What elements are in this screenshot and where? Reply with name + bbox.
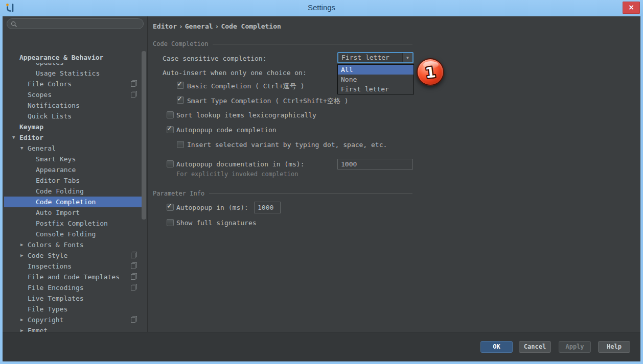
sidebar-item-label: Code Completion bbox=[36, 197, 96, 207]
sidebar-item-usage-statistics[interactable]: Usage Statistics bbox=[3, 68, 147, 79]
auto-insert-label: Auto-insert when only one choice on: bbox=[163, 69, 307, 77]
section-title: Parameter Info bbox=[153, 190, 204, 197]
sidebar-item-editor-tabs[interactable]: Editor Tabs bbox=[3, 175, 147, 186]
breadcrumb-item-code-completion[interactable]: Code Completion bbox=[221, 22, 281, 30]
settings-window: Settings × Appearance & BehaviorUpdatesU… bbox=[0, 0, 643, 364]
chevron-right-icon[interactable]: ▶ bbox=[20, 325, 23, 332]
combobox-arrow-button[interactable]: ▼ bbox=[402, 53, 412, 62]
autopopup-documentation-checkbox[interactable] bbox=[167, 160, 174, 167]
breadcrumb-separator: › bbox=[213, 22, 221, 30]
dropdown-option-none[interactable]: None bbox=[338, 75, 414, 84]
sidebar-item-label: File Encodings bbox=[28, 282, 84, 293]
sidebar-item-quick-lists[interactable]: Quick Lists bbox=[3, 111, 147, 122]
sidebar-item-label: Postfix Completion bbox=[36, 218, 108, 229]
breadcrumb-separator: › bbox=[177, 22, 185, 30]
sidebar-item-colors-fonts[interactable]: ▶Colors & Fonts bbox=[3, 239, 147, 250]
dropdown-option-first-letter[interactable]: First letter bbox=[338, 84, 414, 94]
title-bar: Settings × bbox=[0, 0, 643, 16]
cancel-button[interactable]: Cancel bbox=[519, 341, 551, 353]
copy-scheme-icon bbox=[131, 285, 135, 290]
sidebar-item-general[interactable]: ▼General bbox=[3, 143, 147, 154]
settings-sidebar: Appearance & BehaviorUpdatesUsage Statis… bbox=[3, 16, 147, 332]
sidebar-item-code-completion[interactable]: Code Completion bbox=[3, 197, 147, 207]
param-autopopup-ms-field[interactable] bbox=[254, 202, 281, 213]
sidebar-item-label: Colors & Fonts bbox=[28, 239, 84, 250]
sidebar-item-auto-import[interactable]: Auto Import bbox=[3, 207, 147, 218]
sidebar-item-copyright[interactable]: ▶Copyright bbox=[3, 314, 147, 325]
sort-lookup-label: Sort lookup items lexicographically bbox=[176, 111, 316, 119]
dropdown-option-all[interactable]: All bbox=[338, 65, 414, 75]
chevron-right-icon[interactable]: ▶ bbox=[20, 239, 23, 250]
chevron-right-icon[interactable]: ▶ bbox=[20, 314, 23, 325]
breadcrumb-item-general[interactable]: General bbox=[185, 22, 213, 30]
sidebar-item-file-and-code-templates[interactable]: File and Code Templates bbox=[3, 272, 147, 282]
sidebar-item-label: Console Folding bbox=[36, 229, 96, 239]
annotation-badge: 1 bbox=[417, 58, 444, 86]
help-button[interactable]: Help bbox=[598, 341, 630, 353]
copy-scheme-icon bbox=[131, 317, 135, 323]
sidebar-item-label: Live Templates bbox=[28, 293, 84, 304]
close-button[interactable]: × bbox=[623, 2, 640, 14]
sidebar-item-code-folding[interactable]: Code Folding bbox=[3, 186, 147, 197]
copy-scheme-icon bbox=[131, 274, 135, 280]
panel-divider bbox=[147, 16, 148, 332]
smart-type-completion-label: Smart Type Completion ( Ctrl+Shift+空格 ) bbox=[187, 96, 349, 106]
case-sensitive-combobox[interactable]: First letter ▼ bbox=[337, 52, 414, 63]
show-full-signatures-checkbox[interactable] bbox=[167, 219, 174, 226]
sidebar-item-label: Keymap bbox=[19, 122, 43, 132]
sidebar-scrollbar[interactable] bbox=[142, 51, 146, 220]
sidebar-item-file-encodings[interactable]: File Encodings bbox=[3, 282, 147, 293]
sidebar-item-label: Usage Statistics bbox=[36, 68, 100, 79]
param-autopopup-checkbox[interactable] bbox=[167, 204, 174, 211]
breadcrumb-item-editor[interactable]: Editor bbox=[153, 22, 177, 30]
autopopup-code-completion-checkbox[interactable] bbox=[167, 126, 174, 133]
sidebar-item-appearance[interactable]: Appearance bbox=[3, 164, 147, 175]
sidebar-item-appearance-behavior[interactable]: Appearance & Behavior bbox=[3, 52, 147, 63]
annotation-badge-number: 1 bbox=[417, 62, 444, 83]
section-rule bbox=[213, 44, 412, 44]
combobox-dropdown: AllNoneFirst letter bbox=[337, 64, 414, 94]
section-rule bbox=[209, 193, 412, 194]
sidebar-item-label: Code Style bbox=[28, 250, 67, 261]
copy-scheme-icon bbox=[131, 263, 135, 269]
sidebar-item-inspections[interactable]: Inspections bbox=[3, 261, 147, 272]
explicit-invoke-hint: For explicitly invoked completion bbox=[176, 171, 298, 178]
sidebar-item-label: Scopes bbox=[28, 89, 52, 100]
basic-completion-checkbox[interactable] bbox=[177, 82, 184, 89]
sidebar-item-label: File Colors bbox=[28, 79, 72, 89]
sidebar-item-file-types[interactable]: File Types bbox=[3, 304, 147, 314]
sidebar-item-scopes[interactable]: Scopes bbox=[3, 89, 147, 100]
sidebar-item-postfix-completion[interactable]: Postfix Completion bbox=[3, 218, 147, 229]
sort-lookup-checkbox[interactable] bbox=[167, 111, 174, 118]
combobox-value: First letter bbox=[341, 53, 389, 62]
sidebar-item-label: Inspections bbox=[28, 261, 72, 272]
sidebar-item-label: File and Code Templates bbox=[28, 272, 120, 282]
chevron-down-icon: ▼ bbox=[406, 56, 409, 60]
sidebar-item-emmet[interactable]: ▶Emmet bbox=[3, 325, 147, 332]
chevron-down-icon[interactable]: ▼ bbox=[12, 132, 15, 143]
sidebar-item-live-templates[interactable]: Live Templates bbox=[3, 293, 147, 304]
basic-completion-label: Basic Completion ( Ctrl+逗号 ) bbox=[187, 82, 305, 91]
sidebar-item-notifications[interactable]: Notifications bbox=[3, 100, 147, 111]
autopopup-documentation-ms-field[interactable] bbox=[337, 159, 413, 169]
insert-selected-variant-checkbox[interactable] bbox=[177, 141, 184, 148]
sidebar-item-label: Emmet bbox=[28, 325, 48, 332]
section-title: Code Completion bbox=[153, 40, 208, 47]
copy-scheme-icon bbox=[131, 92, 135, 98]
sidebar-item-keymap[interactable]: Keymap bbox=[3, 122, 147, 132]
sidebar-item-console-folding[interactable]: Console Folding bbox=[3, 229, 147, 239]
sidebar-item-label: Notifications bbox=[28, 100, 80, 111]
chevron-down-icon[interactable]: ▼ bbox=[20, 143, 23, 154]
sidebar-item-editor[interactable]: ▼Editor bbox=[3, 132, 147, 143]
sidebar-item-file-colors[interactable]: File Colors bbox=[3, 79, 147, 89]
show-full-signatures-label: Show full signatures bbox=[176, 219, 257, 227]
sidebar-item-label: Appearance & Behavior bbox=[19, 52, 103, 63]
breadcrumb: Editor›General›Code Completion bbox=[153, 22, 281, 30]
chevron-right-icon[interactable]: ▶ bbox=[20, 250, 23, 261]
autopopup-documentation-label: Autopopup documentation in (ms): bbox=[176, 160, 304, 168]
sidebar-item-code-style[interactable]: ▶Code Style bbox=[3, 250, 147, 261]
ok-button[interactable]: OK bbox=[480, 341, 513, 353]
smart-type-completion-checkbox[interactable] bbox=[177, 96, 184, 104]
sidebar-item-smart-keys[interactable]: Smart Keys bbox=[3, 154, 147, 164]
apply-button[interactable]: Apply bbox=[559, 341, 591, 353]
